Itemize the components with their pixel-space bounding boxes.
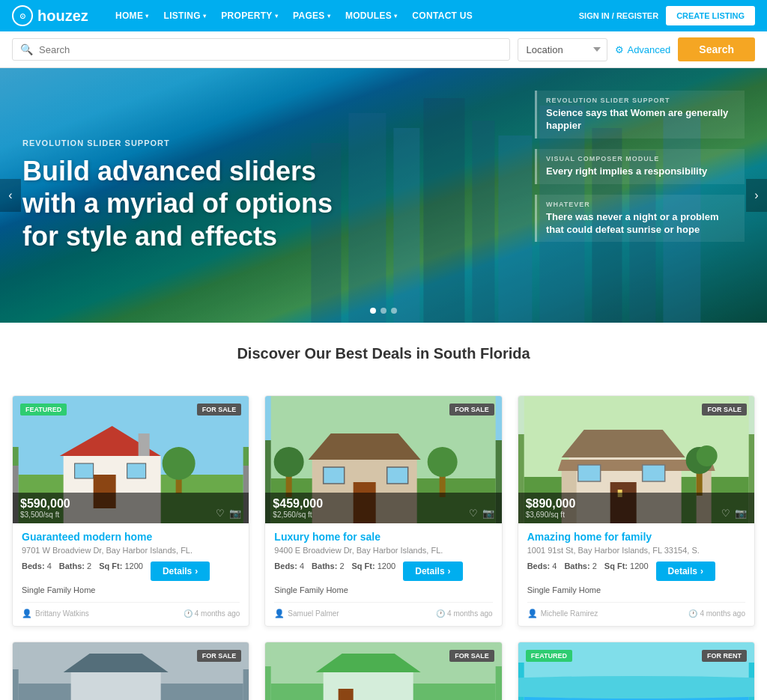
logo-icon: ⊙: [12, 5, 33, 26]
hero-dot-2[interactable]: [381, 308, 386, 314]
property-card-1: FEATURED FOR SALE $590,000 $3,500/sq ft …: [12, 395, 249, 627]
card-type-2: Single Family Home: [274, 585, 492, 594]
hero-right-panel: REVOLUTION SLIDER SUPPORT Science says t…: [535, 91, 745, 252]
svg-point-58: [518, 676, 754, 699]
property-card-3: FOR SALE $890,000 $3,690/sq ft ♡ 📷 Amazi…: [518, 395, 755, 627]
card-type-1: Single Family Home: [22, 585, 240, 594]
card-address-1: 9701 W Broadview Dr, Bay Harbor Islands,…: [22, 545, 240, 556]
card-agent-3: 👤 Michelle Ramirez: [527, 609, 598, 618]
card-agent-1: 👤 Brittany Watkins: [22, 609, 89, 618]
card-address-3: 1001 91st St, Bay Harbor Islands, FL 331…: [527, 545, 745, 556]
section-title: Discover Our Best Deals in South Florida: [12, 345, 755, 362]
hero-content: REVOLUTION SLIDER SUPPORT Build advanced…: [0, 116, 389, 275]
nav-item-listing[interactable]: LISTING▾: [158, 7, 213, 24]
card-price-bar-3: $890,000 $3,690/sq ft ♡ 📷: [518, 493, 754, 523]
card-image-2: FOR SALE $459,000 $2,560/sq ft ♡ 📷: [265, 396, 501, 523]
heart-icon-1[interactable]: ♡: [216, 508, 225, 519]
card-image-3: FOR SALE $890,000 $3,690/sq ft ♡ 📷: [518, 396, 754, 523]
details-button-3[interactable]: Details ›: [656, 561, 715, 581]
chevron-icon: ▾: [145, 13, 148, 19]
svg-rect-26: [324, 467, 345, 484]
chevron-icon: ▾: [275, 13, 278, 19]
partial-card-img-1: FOR SALE: [13, 642, 249, 700]
badge-sale-2: FOR SALE: [449, 404, 494, 416]
svg-rect-17: [127, 463, 146, 478]
hero-side-item-2: VISUAL COMPOSER MODULE Every right impli…: [535, 149, 745, 184]
svg-rect-48: [71, 672, 161, 700]
svg-point-31: [428, 447, 458, 477]
hero-dot-3[interactable]: [391, 308, 397, 314]
location-select[interactable]: Location: [518, 38, 607, 61]
heart-icon-2[interactable]: ♡: [469, 508, 478, 519]
partial-badge-sale-2: FOR SALE: [449, 650, 494, 662]
svg-rect-18: [139, 433, 150, 456]
card-title-2[interactable]: Luxury home for sale: [274, 531, 492, 543]
card-actions-2: ♡ 📷: [469, 508, 494, 519]
camera-icon-3[interactable]: 📷: [735, 508, 747, 519]
svg-point-20: [163, 447, 195, 480]
advanced-link[interactable]: ⚙ Advanced: [615, 44, 670, 55]
create-listing-button[interactable]: CREATE LISTING: [666, 6, 755, 25]
card-price-1: $590,000 $3,500/sq ft: [20, 497, 70, 519]
hero-side-label-3: WHATEVER: [546, 201, 736, 208]
hero-side-label-2: VISUAL COMPOSER MODULE: [546, 155, 736, 162]
hero-side-label-1: REVOLUTION SLIDER SUPPORT: [546, 97, 736, 104]
svg-rect-41: [577, 465, 600, 481]
nav-item-contact-us[interactable]: CONTACT US: [406, 7, 479, 24]
card-body-2: Luxury home for sale 9400 E Broadview Dr…: [265, 523, 501, 626]
search-icon: 🔍: [20, 43, 33, 55]
partial-badge-rent-3: FOR RENT: [702, 650, 747, 662]
card-time-2: 🕐 4 months ago: [436, 609, 493, 618]
hero-banner: REVOLUTION SLIDER SUPPORT Build advanced…: [0, 68, 767, 323]
svg-rect-27: [387, 467, 408, 484]
card-time-3: 🕐 4 months ago: [688, 609, 745, 618]
camera-icon-2[interactable]: 📷: [482, 508, 494, 519]
hero-nav-dots: [370, 308, 397, 314]
logo-text: houzez: [37, 7, 88, 25]
hero-side-item-3: WHATEVER There was never a night or a pr…: [535, 195, 745, 243]
hero-dot-1[interactable]: [370, 308, 376, 314]
card-title-1[interactable]: Guaranteed modern home: [22, 531, 240, 543]
site-logo[interactable]: ⊙ houzez: [12, 5, 94, 26]
hero-prev-button[interactable]: ‹: [0, 179, 21, 212]
hero-side-text-1: Science says that Women are generally ha…: [546, 107, 736, 133]
nav-item-property[interactable]: PROPERTY▾: [215, 7, 284, 24]
nav-item-modules[interactable]: MODULES▾: [339, 7, 403, 24]
card-price-2: $459,000 $2,560/sq ft: [273, 497, 323, 519]
badge-sale-3: FOR SALE: [702, 404, 747, 416]
nav-right: SIGN IN / REGISTER CREATE LISTING: [579, 6, 755, 25]
property-grid: FEATURED FOR SALE $590,000 $3,500/sq ft …: [0, 395, 767, 642]
details-button-2[interactable]: Details ›: [403, 561, 462, 581]
card-time-1: 🕐 4 months ago: [184, 609, 240, 618]
nav-item-pages[interactable]: PAGES▾: [287, 7, 336, 24]
hero-next-button[interactable]: ›: [746, 179, 767, 212]
details-button-1[interactable]: Details ›: [151, 561, 210, 581]
card-title-3[interactable]: Amazing home for family: [527, 531, 745, 543]
partial-card-3: FEATURED FOR RENT: [518, 642, 755, 700]
svg-rect-42: [642, 465, 664, 481]
card-body-1: Guaranteed modern home 9701 W Broadview …: [13, 523, 249, 626]
card-image-1: FEATURED FOR SALE $590,000 $3,500/sq ft …: [13, 396, 249, 523]
svg-rect-3: [424, 98, 465, 323]
signin-link[interactable]: SIGN IN / REGISTER: [579, 11, 658, 20]
heart-icon-3[interactable]: ♡: [721, 508, 730, 519]
property-card-2: FOR SALE $459,000 $2,560/sq ft ♡ 📷 Luxur…: [264, 395, 502, 627]
svg-rect-16: [75, 463, 94, 478]
badge-featured-1: FEATURED: [20, 404, 67, 416]
camera-icon-1[interactable]: 📷: [229, 508, 241, 519]
search-input[interactable]: [39, 44, 502, 55]
search-bar: 🔍 Location ⚙ Advanced Search: [0, 31, 767, 68]
nav-item-home[interactable]: HOME▾: [109, 7, 155, 24]
partial-card-img-3: FEATURED FOR RENT: [518, 642, 754, 700]
badge-sale-1: FOR SALE: [197, 404, 242, 416]
agent-icon-2: 👤: [274, 609, 285, 618]
card-price-bar-1: $590,000 $3,500/sq ft ♡ 📷: [13, 493, 249, 523]
card-address-2: 9400 E Broadview Dr, Bay Harbor Islands,…: [274, 545, 492, 556]
agent-icon-1: 👤: [22, 609, 32, 618]
search-button[interactable]: Search: [678, 37, 755, 61]
svg-rect-52: [324, 672, 413, 700]
nav-menu: HOME▾LISTING▾PROPERTY▾PAGES▾MODULES▾CONT…: [109, 7, 564, 24]
clock-icon-1: 🕐: [184, 609, 192, 618]
card-meta-2: 👤 Samuel Palmer 🕐 4 months ago: [274, 602, 492, 618]
card-actions-1: ♡ 📷: [216, 508, 241, 519]
